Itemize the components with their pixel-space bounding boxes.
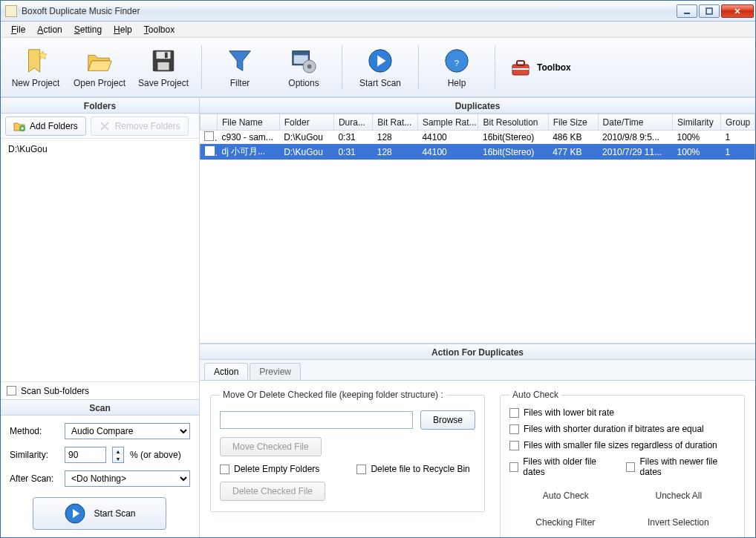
table-row[interactable]: dj 小可月...D:\KuGou0:311284410016bit(Stere…: [200, 144, 755, 160]
help-label: Help: [448, 78, 466, 88]
menu-toolbox[interactable]: Toolbox: [138, 23, 180, 36]
start-scan-button[interactable]: Start Scan: [33, 497, 166, 530]
column-header[interactable]: Sample Rat...: [417, 114, 478, 131]
svg-rect-15: [512, 68, 529, 70]
column-header[interactable]: Date/Time: [598, 114, 672, 131]
similarity-label: Similarity:: [10, 450, 59, 460]
browse-button[interactable]: Browse: [420, 410, 475, 430]
tab-preview[interactable]: Preview: [250, 363, 301, 380]
column-header[interactable]: Dura...: [333, 114, 372, 131]
save-project-label: Save Project: [138, 78, 189, 88]
new-project-button[interactable]: New Project: [5, 42, 66, 94]
auto-check-button[interactable]: Auto Check: [541, 488, 590, 504]
column-header[interactable]: Folder: [279, 114, 333, 131]
column-header[interactable]: File Name: [218, 114, 280, 131]
action-panel-title: Action For Duplicates: [200, 344, 755, 360]
bookmark-star-icon: [22, 47, 50, 75]
svg-rect-1: [706, 8, 712, 14]
similarity-input[interactable]: [65, 447, 106, 463]
column-header[interactable]: Bit Rat...: [373, 114, 418, 131]
similarity-spinner[interactable]: ▲▼: [112, 447, 124, 463]
svg-rect-3: [157, 51, 171, 59]
shorter-duration-label: Files with shorter duration if bitrates …: [524, 424, 704, 434]
menu-file[interactable]: File: [5, 23, 31, 36]
invert-selection-button[interactable]: Invert Selection: [646, 514, 711, 531]
menu-action[interactable]: Action: [31, 23, 68, 36]
start-scan-toolbar-button[interactable]: Start Scan: [350, 42, 411, 94]
table-cell: 2010/7/29 11...: [598, 144, 672, 160]
method-select[interactable]: Audio Compare: [65, 423, 190, 439]
toolbox-icon: [510, 57, 531, 78]
help-button[interactable]: ? Help: [426, 42, 487, 94]
table-cell: 0:31: [333, 131, 372, 144]
scan-subfolders-checkbox[interactable]: [7, 386, 16, 396]
delete-empty-label: Delete Empty Folders: [234, 464, 319, 474]
options-button[interactable]: Options: [273, 42, 334, 94]
table-cell: c930 - sam...: [218, 131, 280, 144]
delete-empty-checkbox[interactable]: [220, 465, 229, 474]
svg-rect-4: [157, 62, 169, 69]
column-header[interactable]: Group: [720, 114, 755, 131]
table-cell: 16bit(Stereo): [478, 131, 548, 144]
toolbox-button[interactable]: Toolbox: [510, 57, 571, 78]
remove-folders-button[interactable]: Remove Folders: [91, 117, 189, 136]
older-dates-checkbox[interactable]: [509, 462, 518, 472]
move-checked-button[interactable]: Move Checked File: [220, 437, 322, 456]
open-project-button[interactable]: Open Project: [69, 42, 130, 94]
save-project-button[interactable]: Save Project: [133, 42, 194, 94]
column-header[interactable]: File Size: [548, 114, 598, 131]
row-checkbox[interactable]: [205, 146, 215, 156]
svg-rect-5: [165, 52, 168, 58]
start-scan-toolbar-label: Start Scan: [359, 78, 401, 88]
row-checkbox[interactable]: [204, 131, 214, 141]
new-project-label: New Project: [12, 78, 60, 88]
uncheck-all-button[interactable]: Uncheck All: [654, 488, 703, 504]
lower-bitrate-label: Files with lower bit rate: [524, 407, 614, 418]
options-label: Options: [288, 78, 319, 88]
filter-button[interactable]: Filter: [209, 42, 270, 94]
after-scan-select[interactable]: <Do Nothing>: [65, 470, 190, 487]
maximize-button[interactable]: [699, 4, 720, 18]
column-header[interactable]: [200, 114, 217, 131]
delete-recycle-checkbox[interactable]: [356, 465, 366, 474]
destination-input[interactable]: [220, 411, 413, 429]
shorter-duration-checkbox[interactable]: [509, 424, 519, 434]
menu-setting[interactable]: Setting: [68, 23, 108, 36]
scan-subfolders-label: Scan Sub-folders: [21, 386, 89, 396]
menu-help[interactable]: Help: [108, 23, 138, 36]
checking-filter-button[interactable]: Checking Filter: [534, 514, 596, 531]
table-cell: 0:31: [333, 144, 372, 160]
window-title: Boxoft Duplicate Music Finder: [22, 6, 677, 16]
menu-bar: File Action Setting Help Toolbox: [1, 22, 755, 38]
newer-dates-checkbox[interactable]: [626, 462, 635, 472]
add-folders-button[interactable]: Add Folders: [5, 117, 86, 136]
method-label: Method:: [10, 426, 59, 436]
delete-checked-button[interactable]: Delete Checked File: [220, 482, 325, 501]
table-cell: 100%: [673, 144, 721, 160]
play-circle-icon: [366, 47, 394, 75]
smaller-size-checkbox[interactable]: [509, 441, 519, 450]
toolbar-separator: [495, 45, 495, 90]
smaller-size-label: Files with smaller file sizes regardless…: [524, 440, 717, 450]
table-cell: 1: [720, 144, 755, 160]
lower-bitrate-checkbox[interactable]: [509, 408, 519, 418]
auto-check-fieldset: Auto Check Files with lower bit rate Fil…: [500, 390, 745, 538]
tab-action[interactable]: Action: [204, 363, 248, 380]
window-titlebar: Boxoft Duplicate Music Finder: [1, 1, 755, 22]
table-cell: 1: [720, 131, 755, 144]
close-button[interactable]: [721, 4, 754, 18]
table-row[interactable]: c930 - sam...D:\KuGou0:311284410016bit(S…: [200, 131, 755, 144]
table-cell: dj 小可月...: [218, 144, 280, 160]
folder-list[interactable]: D:\KuGou: [1, 139, 199, 381]
folder-list-item[interactable]: D:\KuGou: [7, 143, 193, 155]
toolbox-label: Toolbox: [537, 62, 571, 73]
column-header[interactable]: Similarity: [673, 114, 721, 131]
minimize-button[interactable]: [677, 4, 697, 18]
duplicates-table[interactable]: File NameFolderDura...Bit Rat...Sample R…: [200, 114, 755, 160]
filter-label: Filter: [230, 78, 250, 88]
toolbar-separator: [201, 45, 202, 90]
after-scan-label: After Scan:: [10, 473, 59, 484]
table-cell: 128: [373, 144, 418, 160]
older-dates-label: Files with older file dates: [523, 456, 614, 477]
column-header[interactable]: Bit Resolution: [478, 114, 548, 131]
